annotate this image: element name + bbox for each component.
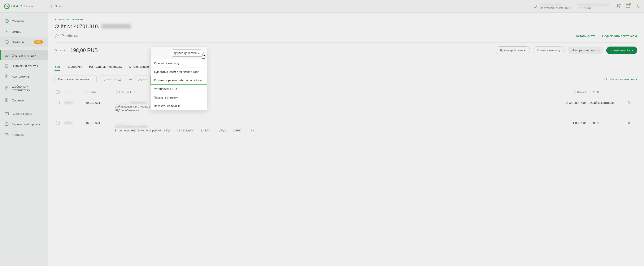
search-input[interactable]: Поиск xyxy=(48,4,63,8)
table-header: № ДАТА КОНТРАГЕНТ СУММА СТАТУС xyxy=(54,88,637,97)
table-row[interactable]: 00003 30.01.2021 _________ .00000000000 … xyxy=(54,97,637,117)
import-export-button[interactable]: Импорт и экспорт xyxy=(568,46,603,54)
other-actions-button[interactable]: Другие действия xyxy=(496,46,530,54)
sidebar-item-create[interactable]: Создать xyxy=(0,16,48,26)
dropdown-item-cash[interactable]: Заказать наличные xyxy=(151,102,207,110)
cell-agent: _______ 00000.0000001112000000 В том чис… xyxy=(115,121,556,133)
svg-point-3 xyxy=(619,4,620,5)
cell-sum: 1,00 RUB xyxy=(556,121,590,125)
sidebar-label: Зарплатный проект xyxy=(12,122,40,126)
filter-type-select[interactable]: Платёжные поручения xyxy=(54,75,97,83)
tab-drafts[interactable]: Черновики xyxy=(67,62,82,71)
row-checkbox[interactable] xyxy=(56,121,60,124)
sidebar-label: Контрагенты xyxy=(12,74,30,78)
search-icon xyxy=(48,4,52,8)
balance-value: 198,00 RUB xyxy=(70,47,98,53)
arrow-right-icon xyxy=(4,53,9,58)
cell-status: Принят xyxy=(590,121,627,124)
other-actions-dropdown: Другие действия Обновить выписку Сделать… xyxy=(150,47,207,110)
sidebar-item-templates[interactable]: Шаблоны и автоплатежи xyxy=(0,82,48,95)
sidebar-item-accounts[interactable]: Счета и платежи xyxy=(0,50,48,60)
sidebar-label: Кредиты xyxy=(12,133,24,136)
link-details[interactable]: Детали счёта xyxy=(576,34,595,38)
certificate-icon xyxy=(4,98,9,102)
cell-num: 00003 xyxy=(64,101,86,104)
sidebar-label: Бизнес-карты xyxy=(12,112,32,116)
svg-rect-4 xyxy=(626,4,630,7)
row-delete-button[interactable] xyxy=(627,101,636,105)
svg-point-14 xyxy=(6,100,7,100)
dropdown-item-certificate[interactable]: Заказать справку xyxy=(151,93,207,102)
sidebar-label: Счета и платежи xyxy=(12,54,36,57)
balance-block[interactable]: 10 000,00 RUB На рублёвых счетах, 15:42 xyxy=(533,3,571,10)
svg-rect-17 xyxy=(5,123,8,126)
tab-all[interactable]: Все xyxy=(54,62,60,71)
column-agent: КОНТРАГЕНТ xyxy=(119,91,135,93)
sidebar-label: Выписки и отчёты xyxy=(12,64,38,68)
badge-new: Новое xyxy=(34,40,43,44)
sidebar-item-statements[interactable]: Выписки и отчёты xyxy=(0,61,48,71)
chevron-down-icon xyxy=(597,49,599,51)
sort-icon[interactable] xyxy=(64,90,68,94)
dropdown-item-nso[interactable]: Установить НСО xyxy=(151,84,207,93)
svg-line-1 xyxy=(51,7,52,8)
sort-icon[interactable] xyxy=(573,90,576,94)
dropdown-item-business-card[interactable]: Сделать счётом для бизнес-карт xyxy=(151,68,207,76)
table-row[interactable]: 00001 16.01.2021 _______ 00000.000000111… xyxy=(54,117,637,137)
account-type: Расчётный xyxy=(54,34,78,38)
select-all-checkbox[interactable] xyxy=(56,90,60,94)
star-icon[interactable] xyxy=(54,34,59,38)
svg-point-28 xyxy=(604,78,607,80)
contacts-icon xyxy=(4,74,9,78)
sidebar-item-certificates[interactable]: Справки xyxy=(0,95,48,105)
link-packages[interactable]: Подключить пакет услуг xyxy=(602,34,637,38)
document-icon xyxy=(4,64,9,68)
cell-date: 16.01.2021 xyxy=(86,121,115,124)
org-block[interactable]: Фамилия Имя Отчество ООО "ТЕСТ" xyxy=(578,3,610,10)
profile-icon[interactable] xyxy=(616,3,621,9)
sort-icon[interactable] xyxy=(86,90,88,94)
row-print-button[interactable] xyxy=(627,121,636,125)
sidebar-item-credits[interactable]: Кредиты xyxy=(0,130,48,140)
cell-sum: 3 450,00 RUB xyxy=(556,101,590,104)
header-balance: 10 000,00 RUB xyxy=(540,3,562,6)
svg-marker-19 xyxy=(55,34,59,38)
dropdown-item-change-mode[interactable]: Изменить режим работы со счётом xyxy=(150,76,207,85)
exit-icon[interactable] xyxy=(635,3,640,9)
advanced-search-link[interactable]: Расширенный поиск xyxy=(604,77,637,81)
download-statement-button[interactable]: Скачать выписку xyxy=(533,46,565,54)
search-placeholder: Поиск xyxy=(55,4,63,8)
row-checkbox[interactable] xyxy=(56,101,60,104)
sidebar-item-payroll[interactable]: Зарплатный проект xyxy=(0,119,48,129)
cursor-icon xyxy=(200,53,206,59)
column-status: СТАТУС xyxy=(590,91,599,93)
mail-icon[interactable] xyxy=(626,3,630,9)
svg-rect-13 xyxy=(5,99,8,102)
logo-text-main: СБЕР xyxy=(11,4,22,8)
briefcase-icon xyxy=(4,122,9,126)
svg-rect-10 xyxy=(5,75,8,78)
tab-sign[interactable]: На подпись и отправку xyxy=(89,62,122,71)
plus-icon xyxy=(4,19,9,23)
svg-line-29 xyxy=(606,80,607,80)
date-from-input[interactable]: дд.мм.гггг xyxy=(100,75,126,83)
page-title: Счёт № 40701.810. 0000000000 xyxy=(54,24,637,29)
other-actions-dropdown-trigger[interactable]: Другие действия xyxy=(170,50,204,56)
sidebar-item-help[interactable]: Помощь Новое xyxy=(0,37,48,47)
logo[interactable]: СБЕР Бизнес xyxy=(4,4,34,9)
logo-icon xyxy=(4,4,10,9)
dropdown-item-refresh[interactable]: Обновить выписку xyxy=(151,59,207,68)
help-icon xyxy=(4,40,9,44)
sort-icon[interactable] xyxy=(115,90,118,94)
sidebar-item-import[interactable]: Импорт xyxy=(0,26,48,36)
sidebar-item-counterparties[interactable]: Контрагенты xyxy=(0,71,48,81)
breadcrumb[interactable]: К счетам и платежам xyxy=(54,18,637,21)
new-payment-button[interactable]: Новый платёж xyxy=(606,46,637,54)
sidebar-item-cards[interactable]: Бизнес-карты xyxy=(0,108,48,119)
svg-point-11 xyxy=(6,76,7,76)
cell-date: 30.01.2021 xyxy=(86,101,115,104)
svg-rect-15 xyxy=(5,112,8,115)
svg-rect-20 xyxy=(118,78,121,80)
tab-rejected[interactable]: Отклонённые xyxy=(129,62,149,71)
cell-num: 00001 xyxy=(64,121,86,124)
